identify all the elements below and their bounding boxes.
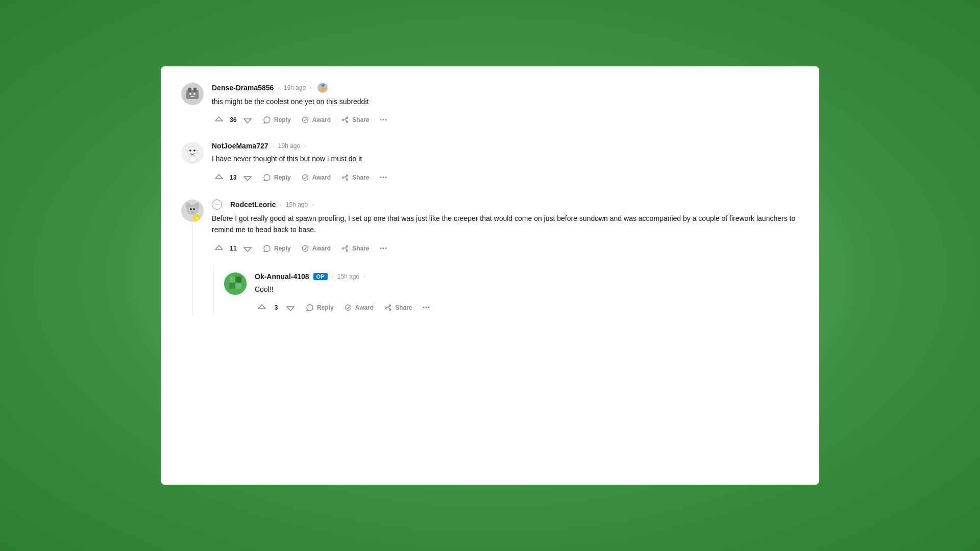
svg-rect-6 <box>190 96 194 97</box>
svg-point-34 <box>347 249 348 251</box>
downvote-button[interactable] <box>240 113 255 127</box>
downvote-button[interactable] <box>240 241 255 256</box>
comment-username[interactable]: Ok-Annual-4108 <box>255 272 309 281</box>
svg-rect-39 <box>235 283 241 289</box>
upvote-button[interactable] <box>255 300 269 315</box>
vote-count: 36 <box>229 116 237 123</box>
svg-point-28 <box>193 208 195 210</box>
downvote-button[interactable] <box>283 300 298 315</box>
comment-time: 15h ago <box>286 201 308 208</box>
avatar <box>181 142 204 164</box>
svg-rect-38 <box>229 277 235 283</box>
comment-body: − RodcetLeoric · 15h ago · Before I got … <box>212 199 799 315</box>
svg-point-7 <box>302 117 308 123</box>
svg-rect-1 <box>186 90 199 99</box>
comment-header: Dense-Drama5856 · 19h ago · 🏅 <box>212 83 799 93</box>
upvote-button[interactable] <box>212 113 226 127</box>
svg-rect-42 <box>230 278 232 280</box>
reply-button[interactable]: Reply <box>259 113 295 127</box>
svg-point-27 <box>190 208 192 210</box>
svg-point-14 <box>193 149 195 152</box>
svg-rect-3 <box>193 88 197 92</box>
comment-item: NotJoeMama727 · 19h ago · I have never t… <box>181 142 799 185</box>
comment-actions: 3 Reply <box>255 300 434 315</box>
collapse-button[interactable]: − <box>212 199 222 210</box>
comment-actions: 13 Reply <box>212 170 799 185</box>
svg-point-43 <box>345 305 351 310</box>
nested-comment: Ok-Annual-4108 OP · 15h ago · Cool!! <box>224 272 434 315</box>
vote-section: 36 <box>212 113 255 127</box>
nested-comment-wrapper: Ok-Annual-4108 OP · 15h ago · Cool!! <box>212 264 799 315</box>
svg-rect-40 <box>229 283 235 289</box>
upvote-button[interactable] <box>212 170 226 185</box>
comment-username[interactable]: RodcetLeoric <box>230 201 276 209</box>
comment-text: Cool!! <box>255 284 434 295</box>
comment-body: Dense-Drama5856 · 19h ago · 🏅 this might… <box>212 83 799 128</box>
svg-point-13 <box>189 149 191 152</box>
svg-point-9 <box>347 121 348 123</box>
reply-button[interactable]: Reply <box>259 241 295 256</box>
downvote-button[interactable] <box>240 170 255 185</box>
vote-count: 13 <box>229 174 237 181</box>
svg-point-46 <box>385 307 387 308</box>
svg-point-35 <box>342 247 344 249</box>
vote-section: 11 <box>212 241 255 256</box>
comment-username[interactable]: Dense-Drama5856 <box>212 84 274 92</box>
svg-rect-5 <box>193 93 195 95</box>
comment-time: 19h ago <box>278 142 300 149</box>
svg-point-17 <box>188 156 197 162</box>
svg-rect-2 <box>188 88 191 92</box>
svg-text:⚒: ⚒ <box>195 216 199 221</box>
avatar: ⚒ <box>181 199 204 222</box>
svg-point-32 <box>302 245 308 251</box>
comment-header: − RodcetLeoric · 15h ago · <box>212 199 799 210</box>
vote-count: 3 <box>272 304 280 311</box>
comment-text: Before I got really good at spawn proofi… <box>212 213 799 236</box>
award-button[interactable]: Award <box>297 170 335 185</box>
svg-point-10 <box>342 119 344 121</box>
svg-rect-41 <box>235 277 241 283</box>
comment-time: 15h ago <box>337 273 359 280</box>
comment-text: this might be the coolest one yet on thi… <box>212 96 799 107</box>
comment-username[interactable]: NotJoeMama727 <box>212 142 268 150</box>
svg-point-18 <box>302 174 308 180</box>
reply-button[interactable]: Reply <box>259 170 295 185</box>
comment-body: NotJoeMama727 · 19h ago · I have never t… <box>212 142 799 185</box>
award-button[interactable]: Award <box>340 300 378 315</box>
op-badge: OP <box>313 273 328 280</box>
comment-time: 19h ago <box>284 84 306 91</box>
more-options-button[interactable]: ··· <box>376 241 391 256</box>
award-button[interactable]: Award <box>297 113 335 127</box>
award-icon: 🏅 <box>317 83 328 93</box>
comment-header: NotJoeMama727 · 19h ago · <box>212 142 799 150</box>
more-options-button[interactable]: ··· <box>419 300 434 315</box>
comment-actions: 11 Reply <box>212 241 799 256</box>
svg-point-29 <box>191 211 194 213</box>
share-button[interactable]: Share <box>337 113 373 127</box>
vote-section: 3 <box>255 300 298 315</box>
more-options-button[interactable]: ··· <box>376 170 391 185</box>
share-button[interactable]: Share <box>380 300 416 315</box>
share-button[interactable]: Share <box>337 241 373 256</box>
comments-container: Dense-Drama5856 · 19h ago · 🏅 this might… <box>161 66 819 485</box>
svg-point-45 <box>389 309 391 310</box>
vote-section: 13 <box>212 170 255 185</box>
svg-rect-4 <box>189 93 191 95</box>
comment-body: Ok-Annual-4108 OP · 15h ago · Cool!! <box>255 272 434 315</box>
comment-header: Ok-Annual-4108 OP · 15h ago · <box>255 272 434 281</box>
svg-point-20 <box>347 179 348 180</box>
vote-count: 11 <box>229 245 237 252</box>
more-options-button[interactable]: ··· <box>376 112 391 128</box>
upvote-button[interactable] <box>212 241 226 256</box>
comment-text: I have never thought of this but now I m… <box>212 153 799 164</box>
comment-actions: 36 Reply <box>212 112 799 128</box>
reply-button[interactable]: Reply <box>302 300 338 315</box>
avatar <box>181 83 204 105</box>
share-button[interactable]: Share <box>337 170 373 185</box>
avatar <box>224 272 247 295</box>
comment-item: ⚒ − RodcetLeoric · 15h ago · Before I go… <box>181 199 799 315</box>
svg-point-21 <box>342 177 344 178</box>
award-button[interactable]: Award <box>297 241 335 256</box>
comment-item: Dense-Drama5856 · 19h ago · 🏅 this might… <box>181 83 799 128</box>
